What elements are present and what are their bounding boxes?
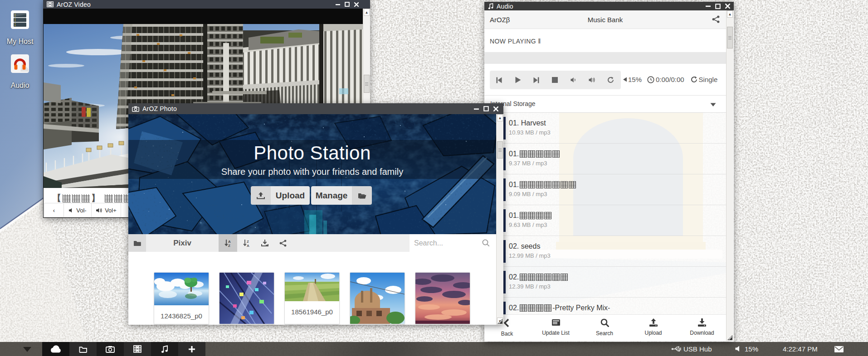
svg-text:Z: Z (228, 243, 230, 247)
svg-text:Z: Z (247, 239, 249, 243)
svg-text:A: A (247, 243, 249, 247)
svg-text:A: A (228, 239, 231, 243)
